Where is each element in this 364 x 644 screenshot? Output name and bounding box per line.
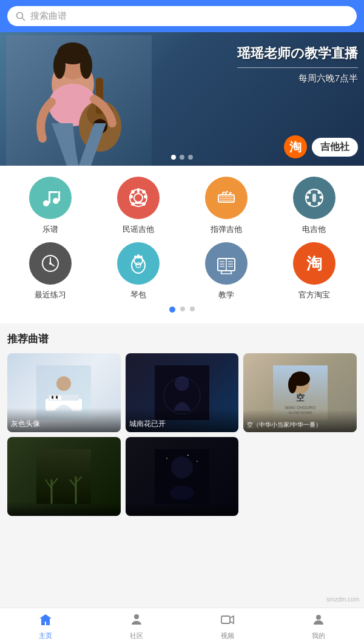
rec-card-5-label [126, 502, 239, 516]
fingerstyle-icon [215, 186, 238, 209]
svg-point-34 [317, 191, 320, 194]
rec-card-5[interactable] [126, 437, 239, 516]
icon-item-fingerstyle[interactable]: 指弹吉他 [182, 177, 270, 235]
electric-icon-circle [293, 177, 335, 219]
rec-card-2-label: 城南花已开 [126, 408, 239, 432]
svg-point-7 [80, 52, 92, 79]
icon-grid: 乐谱 [6, 177, 358, 300]
qinbao-icon-circle [117, 242, 160, 285]
book-icon [215, 253, 237, 274]
music-note-icon [39, 187, 61, 209]
rec-card-2[interactable]: 城南花已开 [126, 353, 239, 432]
banner[interactable]: 瑶瑶老师の教学直播 每周六晚7点半 淘 吉他社 [0, 32, 364, 166]
icon-item-recent[interactable]: 最近练习 [6, 242, 94, 300]
svg-rect-26 [135, 202, 142, 204]
svg-point-48 [134, 256, 136, 258]
svg-point-43 [49, 262, 52, 265]
icon-grid-section: 乐谱 [0, 166, 364, 324]
svg-rect-16 [49, 191, 58, 193]
search-input-wrap[interactable]: 搜索曲谱 [7, 6, 357, 26]
svg-point-37 [308, 202, 311, 205]
taobao-icon-circle: 淘 [293, 242, 335, 285]
bottom-nav: 主页 ♪ 社区 视频 我的 [0, 608, 364, 644]
svg-rect-47 [137, 254, 140, 259]
recommend-grid: 灰色头像 城南花已开 [7, 353, 357, 516]
icon-item-teaching[interactable]: 教学 [182, 242, 270, 300]
rec-card-1-label: 灰色头像 [7, 408, 121, 432]
svg-rect-66 [58, 396, 61, 400]
svg-text:♪: ♪ [135, 614, 137, 620]
svg-rect-67 [52, 396, 53, 399]
svg-point-69 [56, 376, 71, 391]
rec-card-5-image [155, 449, 209, 504]
svg-point-20 [142, 190, 146, 194]
svg-text:MAKI OHGURO: MAKI OHGURO [285, 405, 315, 410]
svg-text:空: 空 [296, 393, 305, 402]
svg-point-13 [43, 200, 49, 206]
electric-guitar-icon [303, 186, 326, 209]
scores-label: 乐谱 [42, 224, 58, 235]
page-dot-2 [180, 307, 185, 311]
icon-item-electric[interactable]: 电吉他 [270, 177, 358, 235]
nav-item-video[interactable]: 视频 [182, 608, 273, 644]
svg-point-92 [170, 486, 194, 500]
recommend-section: 推荐曲谱 [0, 324, 364, 522]
banner-bottom: 淘 吉他社 [284, 135, 358, 158]
rec-card-3-label: 空（中华小当家/中华一番） [243, 410, 357, 432]
video-icon [220, 612, 235, 629]
svg-point-90 [197, 461, 198, 462]
svg-rect-68 [56, 396, 58, 399]
taobao-char: 淘 [306, 253, 322, 274]
search-placeholder: 搜索曲谱 [30, 10, 67, 22]
svg-point-24 [142, 202, 146, 206]
svg-point-23 [131, 202, 135, 206]
svg-point-21 [129, 195, 133, 198]
svg-rect-17 [58, 191, 60, 201]
folk-guitar-icon [127, 186, 150, 209]
teaching-label: 教学 [218, 290, 234, 300]
search-bar: 搜索曲谱 [0, 0, 364, 32]
icon-item-scores[interactable]: 乐谱 [6, 177, 94, 235]
banner-dot-3 [188, 155, 193, 160]
recommend-title: 推荐曲谱 [7, 332, 357, 346]
icon-item-folk[interactable]: 民谣吉他 [94, 177, 182, 235]
banner-figure-svg [6, 35, 152, 166]
clock-icon [39, 253, 61, 274]
banner-image [6, 35, 152, 166]
nav-item-home[interactable]: 主页 [0, 608, 91, 644]
home-label: 主页 [39, 631, 52, 640]
svg-point-91 [187, 455, 189, 456]
nav-item-profile[interactable]: 我的 [273, 608, 364, 644]
banner-divider [237, 67, 358, 68]
nav-item-community[interactable]: ♪ 社区 [91, 608, 182, 644]
svg-point-76 [288, 376, 297, 393]
qinbao-icon [127, 252, 150, 275]
banner-dots [171, 155, 193, 160]
electric-label: 电吉他 [302, 224, 326, 235]
recent-icon-circle [29, 242, 72, 285]
svg-point-19 [131, 190, 135, 194]
rec-card-4-label [7, 502, 121, 516]
svg-point-22 [144, 195, 147, 198]
recent-label: 最近练习 [35, 290, 66, 300]
banner-title: 瑶瑶老师の教学直播 [237, 44, 358, 63]
qinbao-label: 琴包 [130, 290, 146, 300]
svg-point-14 [53, 198, 59, 204]
folk-guitar-icon-circle [117, 177, 160, 219]
page-dot-1 [169, 307, 175, 313]
svg-point-49 [140, 256, 143, 258]
page-dots [6, 300, 358, 317]
rec-card-1[interactable]: 灰色头像 [7, 353, 121, 432]
icon-item-taobao[interactable]: 淘 官方淘宝 [270, 242, 358, 300]
svg-rect-80 [36, 449, 91, 504]
folk-guitar-label: 民谣吉他 [123, 224, 154, 235]
scores-icon-circle [29, 177, 72, 219]
profile-icon [311, 612, 326, 629]
svg-point-25 [134, 194, 143, 202]
banner-text-area: 瑶瑶老师の教学直播 每周六晚7点半 [237, 44, 358, 84]
community-icon: ♪ [129, 612, 144, 629]
svg-point-95 [316, 615, 321, 620]
icon-item-qinbao[interactable]: 琴包 [94, 242, 182, 300]
rec-card-3[interactable]: 空 MAKI OHGURO SLOW DOWN 空（中华小当家/中华一番） [243, 353, 357, 432]
rec-card-4[interactable] [7, 437, 121, 516]
